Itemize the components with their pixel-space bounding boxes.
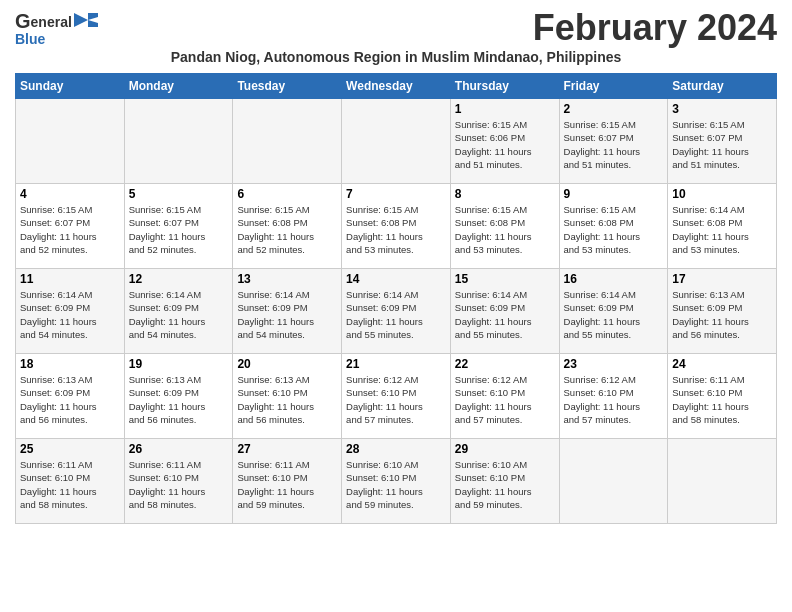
logo-blue-text: Blue: [15, 31, 45, 47]
calendar-cell: 4Sunrise: 6:15 AM Sunset: 6:07 PM Daylig…: [16, 184, 125, 269]
calendar-subtitle: Pandan Niog, Autonomous Region in Muslim…: [15, 49, 777, 65]
calendar-cell: 6Sunrise: 6:15 AM Sunset: 6:08 PM Daylig…: [233, 184, 342, 269]
day-info: Sunrise: 6:14 AM Sunset: 6:09 PM Dayligh…: [237, 288, 337, 341]
calendar-cell: [668, 439, 777, 524]
svg-marker-1: [88, 13, 98, 20]
day-number: 8: [455, 187, 555, 201]
day-info: Sunrise: 6:15 AM Sunset: 6:07 PM Dayligh…: [20, 203, 120, 256]
calendar-cell: 26Sunrise: 6:11 AM Sunset: 6:10 PM Dayli…: [124, 439, 233, 524]
day-number: 1: [455, 102, 555, 116]
calendar-cell: 5Sunrise: 6:15 AM Sunset: 6:07 PM Daylig…: [124, 184, 233, 269]
day-number: 9: [564, 187, 664, 201]
calendar-cell: 8Sunrise: 6:15 AM Sunset: 6:08 PM Daylig…: [450, 184, 559, 269]
calendar-cell: 22Sunrise: 6:12 AM Sunset: 6:10 PM Dayli…: [450, 354, 559, 439]
calendar-cell: 12Sunrise: 6:14 AM Sunset: 6:09 PM Dayli…: [124, 269, 233, 354]
logo-general-text: eneral: [31, 14, 72, 30]
day-number: 15: [455, 272, 555, 286]
day-number: 23: [564, 357, 664, 371]
calendar-cell: 3Sunrise: 6:15 AM Sunset: 6:07 PM Daylig…: [668, 99, 777, 184]
day-number: 4: [20, 187, 120, 201]
day-info: Sunrise: 6:15 AM Sunset: 6:08 PM Dayligh…: [455, 203, 555, 256]
calendar-cell: 15Sunrise: 6:14 AM Sunset: 6:09 PM Dayli…: [450, 269, 559, 354]
calendar-cell: 19Sunrise: 6:13 AM Sunset: 6:09 PM Dayli…: [124, 354, 233, 439]
calendar-cell: 24Sunrise: 6:11 AM Sunset: 6:10 PM Dayli…: [668, 354, 777, 439]
day-info: Sunrise: 6:15 AM Sunset: 6:07 PM Dayligh…: [672, 118, 772, 171]
weekday-header-tuesday: Tuesday: [233, 74, 342, 99]
day-info: Sunrise: 6:10 AM Sunset: 6:10 PM Dayligh…: [346, 458, 446, 511]
calendar-cell: 16Sunrise: 6:14 AM Sunset: 6:09 PM Dayli…: [559, 269, 668, 354]
calendar-cell: 9Sunrise: 6:15 AM Sunset: 6:08 PM Daylig…: [559, 184, 668, 269]
calendar-cell: 2Sunrise: 6:15 AM Sunset: 6:07 PM Daylig…: [559, 99, 668, 184]
day-info: Sunrise: 6:13 AM Sunset: 6:09 PM Dayligh…: [129, 373, 229, 426]
calendar-cell: [233, 99, 342, 184]
svg-marker-2: [88, 20, 98, 27]
day-number: 14: [346, 272, 446, 286]
day-info: Sunrise: 6:13 AM Sunset: 6:10 PM Dayligh…: [237, 373, 337, 426]
calendar-cell: 1Sunrise: 6:15 AM Sunset: 6:06 PM Daylig…: [450, 99, 559, 184]
day-number: 5: [129, 187, 229, 201]
day-info: Sunrise: 6:14 AM Sunset: 6:09 PM Dayligh…: [564, 288, 664, 341]
day-number: 21: [346, 357, 446, 371]
day-info: Sunrise: 6:10 AM Sunset: 6:10 PM Dayligh…: [455, 458, 555, 511]
calendar-cell: 28Sunrise: 6:10 AM Sunset: 6:10 PM Dayli…: [342, 439, 451, 524]
day-info: Sunrise: 6:14 AM Sunset: 6:08 PM Dayligh…: [672, 203, 772, 256]
calendar-cell: 14Sunrise: 6:14 AM Sunset: 6:09 PM Dayli…: [342, 269, 451, 354]
svg-marker-0: [74, 13, 88, 27]
calendar-cell: 23Sunrise: 6:12 AM Sunset: 6:10 PM Dayli…: [559, 354, 668, 439]
day-info: Sunrise: 6:12 AM Sunset: 6:10 PM Dayligh…: [455, 373, 555, 426]
day-number: 24: [672, 357, 772, 371]
day-number: 26: [129, 442, 229, 456]
weekday-header-thursday: Thursday: [450, 74, 559, 99]
day-info: Sunrise: 6:12 AM Sunset: 6:10 PM Dayligh…: [564, 373, 664, 426]
weekday-header-wednesday: Wednesday: [342, 74, 451, 99]
day-number: 3: [672, 102, 772, 116]
day-number: 12: [129, 272, 229, 286]
day-info: Sunrise: 6:11 AM Sunset: 6:10 PM Dayligh…: [237, 458, 337, 511]
weekday-header-saturday: Saturday: [668, 74, 777, 99]
day-number: 7: [346, 187, 446, 201]
day-info: Sunrise: 6:15 AM Sunset: 6:06 PM Dayligh…: [455, 118, 555, 171]
calendar-cell: 7Sunrise: 6:15 AM Sunset: 6:08 PM Daylig…: [342, 184, 451, 269]
calendar-cell: [16, 99, 125, 184]
calendar-cell: 10Sunrise: 6:14 AM Sunset: 6:08 PM Dayli…: [668, 184, 777, 269]
day-number: 6: [237, 187, 337, 201]
day-info: Sunrise: 6:11 AM Sunset: 6:10 PM Dayligh…: [129, 458, 229, 511]
day-info: Sunrise: 6:14 AM Sunset: 6:09 PM Dayligh…: [455, 288, 555, 341]
day-number: 25: [20, 442, 120, 456]
calendar-cell: 17Sunrise: 6:13 AM Sunset: 6:09 PM Dayli…: [668, 269, 777, 354]
day-number: 28: [346, 442, 446, 456]
day-number: 27: [237, 442, 337, 456]
calendar-cell: 25Sunrise: 6:11 AM Sunset: 6:10 PM Dayli…: [16, 439, 125, 524]
day-info: Sunrise: 6:12 AM Sunset: 6:10 PM Dayligh…: [346, 373, 446, 426]
logo-general-g: G: [15, 10, 31, 33]
day-info: Sunrise: 6:15 AM Sunset: 6:08 PM Dayligh…: [564, 203, 664, 256]
calendar-table: SundayMondayTuesdayWednesdayThursdayFrid…: [15, 73, 777, 524]
day-number: 19: [129, 357, 229, 371]
day-info: Sunrise: 6:15 AM Sunset: 6:08 PM Dayligh…: [237, 203, 337, 256]
day-info: Sunrise: 6:15 AM Sunset: 6:07 PM Dayligh…: [564, 118, 664, 171]
calendar-cell: [559, 439, 668, 524]
weekday-header-sunday: Sunday: [16, 74, 125, 99]
calendar-cell: 29Sunrise: 6:10 AM Sunset: 6:10 PM Dayli…: [450, 439, 559, 524]
calendar-cell: [124, 99, 233, 184]
calendar-cell: [342, 99, 451, 184]
day-number: 13: [237, 272, 337, 286]
calendar-cell: 18Sunrise: 6:13 AM Sunset: 6:09 PM Dayli…: [16, 354, 125, 439]
day-number: 11: [20, 272, 120, 286]
logo-flag-icon: [74, 13, 98, 31]
logo: G eneral Blue: [15, 10, 98, 47]
calendar-cell: 27Sunrise: 6:11 AM Sunset: 6:10 PM Dayli…: [233, 439, 342, 524]
calendar-cell: 11Sunrise: 6:14 AM Sunset: 6:09 PM Dayli…: [16, 269, 125, 354]
day-number: 18: [20, 357, 120, 371]
day-number: 16: [564, 272, 664, 286]
day-info: Sunrise: 6:11 AM Sunset: 6:10 PM Dayligh…: [672, 373, 772, 426]
day-info: Sunrise: 6:13 AM Sunset: 6:09 PM Dayligh…: [672, 288, 772, 341]
day-info: Sunrise: 6:14 AM Sunset: 6:09 PM Dayligh…: [129, 288, 229, 341]
day-info: Sunrise: 6:15 AM Sunset: 6:08 PM Dayligh…: [346, 203, 446, 256]
day-number: 2: [564, 102, 664, 116]
calendar-cell: 20Sunrise: 6:13 AM Sunset: 6:10 PM Dayli…: [233, 354, 342, 439]
day-info: Sunrise: 6:14 AM Sunset: 6:09 PM Dayligh…: [346, 288, 446, 341]
month-title: February 2024: [533, 10, 777, 46]
day-number: 20: [237, 357, 337, 371]
day-number: 22: [455, 357, 555, 371]
